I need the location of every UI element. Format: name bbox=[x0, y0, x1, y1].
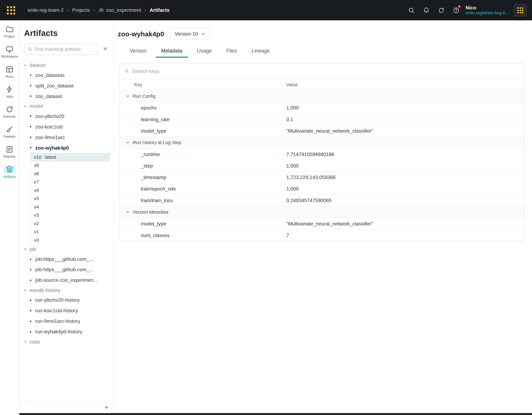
version-item-v6[interactable]: v6 bbox=[31, 186, 110, 194]
key-search-input[interactable] bbox=[132, 68, 519, 74]
navbar-actions bbox=[405, 4, 462, 16]
version-item-v1[interactable]: v1 bbox=[31, 228, 110, 236]
icon-rail: ProjectWorkspaceRunsJobsAutomat.SweepsRe… bbox=[0, 20, 19, 415]
version-dropdown[interactable]: Version 10 bbox=[170, 28, 210, 40]
table-row: num_classes7 bbox=[119, 230, 524, 241]
table-row: _timestamp1,723,229,143.059366 bbox=[119, 172, 524, 183]
section-row[interactable]: Run Config bbox=[119, 90, 524, 102]
rail-item-project[interactable]: Project bbox=[4, 25, 15, 38]
breadcrumb-item[interactable]: zoo_experiment bbox=[98, 7, 141, 13]
sidebar-title: Artifacts bbox=[24, 28, 113, 38]
bottom-bar bbox=[19, 413, 532, 415]
app: smle-reg-team-2›Projects›zoo_experiment›… bbox=[0, 0, 532, 415]
rail-item-reports[interactable]: Reports bbox=[4, 145, 15, 158]
tree-item[interactable]: run-ylbchv20-history bbox=[23, 295, 113, 305]
rail-item-workspace[interactable]: Workspace bbox=[1, 45, 18, 58]
version-item-v4[interactable]: v4 bbox=[31, 203, 110, 211]
artifact-title: zoo-wyhak4p0 bbox=[118, 30, 164, 38]
tree-item[interactable]: zoo-wyhak4p0 bbox=[23, 142, 113, 153]
section-row[interactable]: Run History at Log Step bbox=[119, 137, 524, 148]
tree-group-model[interactable]: model bbox=[23, 101, 113, 111]
layers-icon bbox=[4, 165, 15, 174]
version-list: v10latestv9v8v7v6v5v4v3v2v1v0 bbox=[30, 153, 110, 244]
tree-group-wandb-history[interactable]: wandb-history bbox=[23, 285, 113, 295]
tab-usage[interactable]: Usage bbox=[191, 46, 217, 58]
filter-icon bbox=[102, 46, 108, 52]
table-icon bbox=[4, 65, 15, 74]
tree-item[interactable]: job-https___github.com_… bbox=[23, 264, 113, 275]
tree-item[interactable]: zoo_datasets bbox=[23, 70, 113, 80]
tree-group-code[interactable]: code bbox=[23, 337, 113, 346]
breadcrumb-item[interactable]: Projects bbox=[72, 7, 90, 13]
triangle-right-icon bbox=[29, 299, 32, 302]
filter-button[interactable] bbox=[100, 44, 110, 54]
triangle-down-icon bbox=[29, 146, 32, 149]
tree-item[interactable]: run-wyhak4p0-history bbox=[23, 326, 113, 337]
wandb-logo[interactable] bbox=[7, 6, 15, 14]
user-team-link[interactable]: smle-registries-bug-b... bbox=[466, 10, 509, 15]
table-row: train/train_loss0.248345747590065 bbox=[119, 195, 524, 206]
chevron-down-icon bbox=[126, 140, 130, 144]
triangle-right-icon bbox=[29, 125, 32, 128]
section-row[interactable]: Version Metadata bbox=[119, 206, 524, 218]
tab-lineage[interactable]: Lineage bbox=[246, 46, 275, 58]
search-icon bbox=[408, 7, 415, 14]
tree-item[interactable]: zoo-ylbchv20 bbox=[23, 111, 113, 121]
breadcrumb: smle-reg-team-2›Projects›zoo_experiment›… bbox=[28, 7, 170, 13]
version-item-v2[interactable]: v2 bbox=[31, 220, 110, 228]
triangle-right-icon bbox=[29, 320, 32, 323]
table-header: Key Value bbox=[119, 79, 524, 90]
triangle-right-icon bbox=[29, 309, 32, 312]
chevron-down-icon bbox=[126, 210, 130, 214]
tree-item[interactable]: job-https___github.com_… bbox=[23, 254, 113, 264]
version-item-v7[interactable]: v7 bbox=[31, 178, 110, 186]
triangle-right-icon bbox=[29, 136, 32, 138]
tree-item[interactable]: run-koic1cid-history bbox=[23, 305, 113, 316]
metadata-panel: Key Value Run Configepochs1,000learning_… bbox=[119, 63, 524, 241]
notifications-button[interactable] bbox=[420, 4, 432, 16]
triangle-right-icon bbox=[29, 330, 32, 333]
tab-bar: VersionMetadataUsageFilesLineage bbox=[124, 46, 532, 58]
tree-item[interactable]: job-source-zoo_experimen… bbox=[23, 275, 113, 285]
version-item-v8[interactable]: v8 bbox=[31, 170, 110, 178]
rail-item-jobs[interactable]: Jobs bbox=[4, 85, 15, 98]
refresh-button[interactable] bbox=[435, 4, 447, 16]
breadcrumb-item[interactable]: Artifacts bbox=[150, 7, 170, 13]
version-item-v3[interactable]: v3 bbox=[31, 211, 110, 220]
tree-item[interactable]: run-9mxi1arc-history bbox=[23, 316, 113, 326]
version-item-v5[interactable]: v5 bbox=[31, 194, 110, 203]
rail-item-runs[interactable]: Runs bbox=[4, 65, 15, 78]
triangle-right-icon bbox=[29, 115, 32, 118]
add-button[interactable]: + bbox=[105, 404, 109, 410]
search-icon bbox=[28, 47, 32, 51]
tab-files[interactable]: Files bbox=[221, 46, 242, 58]
breadcrumb-separator-icon: › bbox=[67, 7, 69, 13]
version-item-v10[interactable]: v10latest bbox=[31, 153, 110, 161]
rail-item-automations[interactable]: Automat. bbox=[3, 105, 16, 118]
artifact-search-input[interactable] bbox=[35, 46, 95, 52]
triangle-right-icon bbox=[29, 279, 32, 282]
breadcrumb-item[interactable]: smle-reg-team-2 bbox=[28, 7, 64, 13]
user-avatar[interactable] bbox=[514, 4, 527, 17]
tree-item[interactable]: zoo-koic1cid bbox=[23, 121, 113, 132]
main-content: zoo-wyhak4p0 Version 10 VersionMetadataU… bbox=[114, 20, 532, 413]
tree-item[interactable]: zoo_dataset bbox=[23, 91, 113, 101]
tree-item[interactable]: split_zoo_dataset bbox=[23, 80, 113, 91]
help-button[interactable] bbox=[450, 4, 462, 16]
rail-item-sweeps[interactable]: Sweeps bbox=[3, 125, 16, 138]
version-item-v9[interactable]: v9 bbox=[31, 161, 110, 170]
user-name: Nico bbox=[466, 5, 509, 10]
tree-group-job[interactable]: job bbox=[23, 244, 113, 254]
notification-dot bbox=[458, 5, 461, 8]
tree-item[interactable]: zoo-9mxi1arc bbox=[23, 132, 113, 143]
chevron-right-icon bbox=[23, 340, 27, 344]
chevron-down-icon bbox=[201, 32, 205, 36]
search-button[interactable] bbox=[405, 4, 418, 16]
tab-version[interactable]: Version bbox=[124, 46, 152, 58]
triangle-right-icon bbox=[29, 94, 32, 98]
version-item-v0[interactable]: v0 bbox=[31, 236, 110, 244]
team-icon bbox=[98, 7, 104, 13]
tab-metadata[interactable]: Metadata bbox=[156, 46, 188, 58]
tree-group-dataset[interactable]: dataset bbox=[23, 60, 113, 70]
rail-item-artifacts[interactable]: Artifacts bbox=[3, 165, 16, 178]
